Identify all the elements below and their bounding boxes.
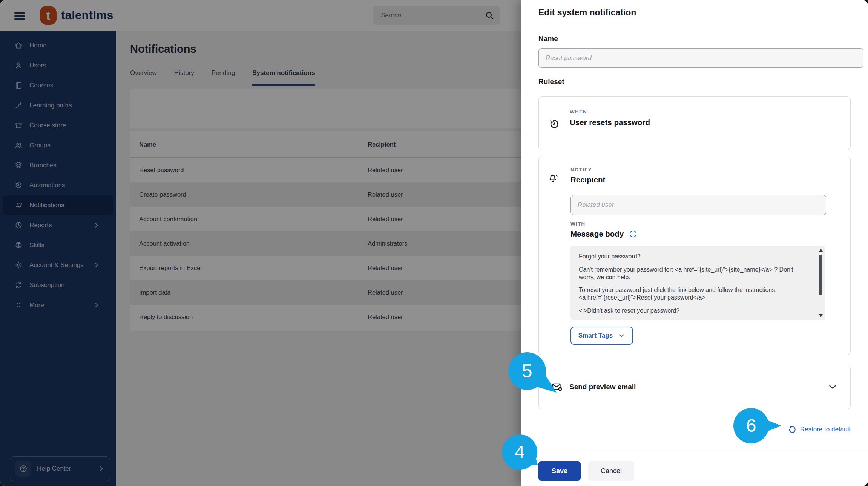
message-body-editor[interactable]: Forgot your password? Can't remember you… (570, 246, 825, 320)
message-body-label: Message body (570, 229, 637, 238)
modal-backdrop[interactable] (0, 0, 521, 486)
ruleset-label: Ruleset (538, 78, 564, 86)
cancel-button[interactable]: Cancel (588, 461, 634, 481)
notify-card: NOTIFY Recipient WITH Message body Forgo… (538, 156, 851, 355)
send-preview-label: Send preview email (569, 383, 636, 391)
callout-step-4: 4 (501, 433, 554, 475)
recipient-input[interactable] (570, 195, 826, 215)
name-input[interactable] (538, 48, 863, 68)
callout-step-6: 6 (732, 407, 783, 445)
when-card: WHEN User resets password (538, 96, 851, 150)
callout-number: 5 (522, 361, 532, 382)
name-label: Name (538, 35, 558, 43)
automation-trigger-icon (549, 118, 561, 130)
scroll-thumb[interactable] (819, 255, 822, 295)
info-icon[interactable] (629, 230, 637, 238)
panel-header-divider (521, 24, 868, 24)
callout-step-5: 5 (507, 351, 560, 396)
message-paragraph: Can't remember your password for: <a hre… (579, 266, 808, 281)
scroll-up-icon[interactable] (819, 249, 823, 252)
notify-kicker: NOTIFY (570, 167, 592, 173)
chevron-down-icon (618, 332, 625, 339)
scrollbar[interactable] (818, 248, 824, 318)
edit-notification-panel: Edit system notification Name Ruleset WH… (521, 0, 868, 486)
restore-label: Restore to default (800, 426, 851, 433)
notify-bell-icon (547, 172, 558, 183)
recipient-label: Recipient (570, 175, 605, 184)
footer-divider (521, 451, 868, 451)
smart-tags-button[interactable]: Smart Tags (570, 327, 633, 345)
with-kicker: WITH (570, 221, 585, 227)
message-paragraph: Forgot your password? (579, 253, 808, 260)
panel-title: Edit system notification (538, 8, 636, 18)
send-preview-card[interactable]: Send preview email (538, 365, 851, 409)
message-paragraph: <i>Didn't ask to reset your password? (579, 307, 808, 315)
restore-icon (788, 425, 796, 434)
message-paragraph: To reset your password just click the li… (579, 286, 808, 301)
callout-number: 4 (515, 442, 525, 462)
when-value: User resets password (570, 118, 650, 127)
restore-to-default-link[interactable]: Restore to default (788, 423, 851, 436)
chevron-down-icon (828, 382, 837, 392)
when-kicker: WHEN (570, 109, 587, 115)
scroll-down-icon[interactable] (819, 314, 823, 317)
callout-number: 6 (746, 416, 756, 436)
smart-tags-label: Smart Tags (578, 332, 613, 339)
message-body-label-text: Message body (570, 229, 624, 238)
screen: t talentlms Home Users C (0, 0, 868, 486)
